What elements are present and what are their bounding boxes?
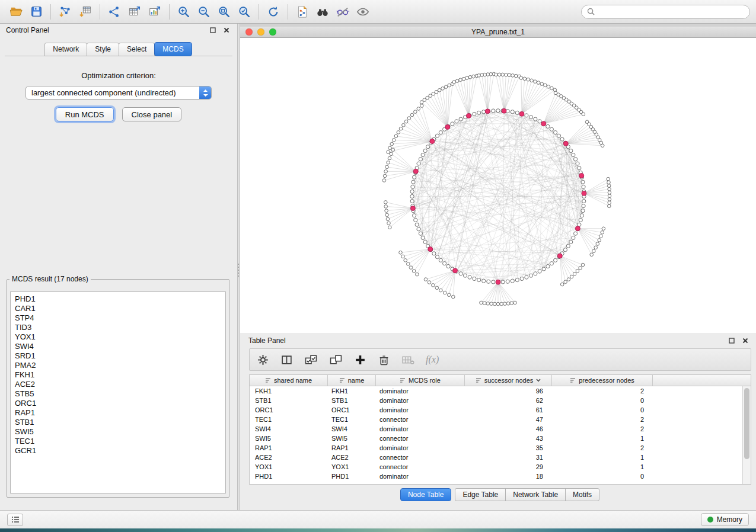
mcds-result-item[interactable]: PHD1 bbox=[11, 294, 225, 304]
column-header[interactable]: successor nodes bbox=[465, 375, 552, 386]
import-network-button[interactable] bbox=[55, 2, 75, 21]
network-window: YPA_prune.txt_1 bbox=[240, 24, 756, 333]
tab-network[interactable]: Network bbox=[44, 43, 87, 56]
mcds-result-item[interactable]: TEC1 bbox=[11, 437, 225, 446]
table-cell-filler bbox=[653, 462, 751, 472]
zoom-in-button[interactable] bbox=[174, 2, 194, 21]
columns-button[interactable] bbox=[280, 353, 294, 367]
table-row[interactable]: STB1STB1dominator620 bbox=[250, 396, 751, 405]
table-row[interactable]: ORC1ORC1dominator610 bbox=[250, 405, 751, 415]
settings-button[interactable] bbox=[256, 353, 270, 367]
export-network-button[interactable] bbox=[104, 2, 125, 21]
open-file-icon bbox=[9, 5, 23, 18]
refresh-button[interactable] bbox=[263, 2, 283, 21]
run-mcds-button[interactable]: Run MCDS bbox=[56, 107, 114, 121]
mcds-result-list[interactable]: PHD1CAR1STP4TID3YOX1SWI4SRD1PMA2FKH1ACE2… bbox=[10, 291, 226, 493]
tab-select[interactable]: Select bbox=[119, 43, 155, 56]
deselect-all-button[interactable] bbox=[328, 353, 343, 367]
tab-node-table[interactable]: Node Table bbox=[400, 488, 452, 501]
zoom-fit-button[interactable] bbox=[214, 2, 234, 21]
float-table-panel-button[interactable] bbox=[727, 336, 736, 345]
zoom-out-button[interactable] bbox=[194, 2, 214, 21]
select-all-button[interactable] bbox=[304, 353, 318, 367]
zoom-traffic-light-button[interactable] bbox=[269, 28, 276, 36]
mcds-result-item[interactable]: GCR1 bbox=[11, 446, 225, 456]
function-builder-button[interactable]: f(x) bbox=[426, 354, 439, 365]
table-tabbar: Node TableEdge TableNetwork TableMotifs bbox=[249, 488, 751, 501]
table-row[interactable]: TEC1TEC1connector472 bbox=[250, 415, 751, 424]
hide-details-button[interactable] bbox=[333, 2, 353, 21]
settings-icon bbox=[257, 354, 269, 366]
column-header-label: predecessor nodes bbox=[579, 377, 634, 384]
mcds-result-item[interactable]: STB1 bbox=[11, 418, 225, 427]
optimization-select[interactable]: largest connected component (undirected) bbox=[25, 86, 212, 100]
table-row[interactable]: SWI4SWI4dominator462 bbox=[250, 424, 751, 434]
mcds-result-item[interactable]: FKH1 bbox=[11, 370, 225, 380]
float-panel-button[interactable] bbox=[208, 25, 218, 35]
doc-share-button[interactable] bbox=[292, 2, 312, 21]
network-window-titlebar[interactable]: YPA_prune.txt_1 bbox=[240, 27, 756, 38]
table-cell: dominator bbox=[376, 424, 465, 434]
export-image-button[interactable] bbox=[145, 2, 165, 21]
tab-mcds[interactable]: MCDS bbox=[154, 42, 192, 56]
save-button[interactable] bbox=[26, 2, 46, 21]
close-panel-button[interactable] bbox=[222, 25, 231, 35]
add-button[interactable] bbox=[353, 353, 367, 367]
mcds-result-item[interactable]: YOX1 bbox=[11, 332, 225, 342]
column-header[interactable]: name bbox=[328, 375, 376, 386]
mcds-result-item[interactable]: CAR1 bbox=[11, 304, 225, 313]
close-traffic-light-button[interactable] bbox=[245, 28, 253, 36]
table-cell: PHD1 bbox=[328, 472, 376, 481]
mcds-result-item[interactable]: RAP1 bbox=[11, 408, 225, 418]
tab-edge-table[interactable]: Edge Table bbox=[455, 488, 506, 501]
import-table-button[interactable] bbox=[75, 2, 95, 21]
table-scrollbar-thumb[interactable] bbox=[744, 388, 749, 459]
table-row[interactable]: YOX1YOX1connector291 bbox=[250, 462, 751, 472]
column-header[interactable]: shared name bbox=[250, 375, 328, 386]
table-scrollbar[interactable] bbox=[742, 386, 751, 484]
hide-details-icon bbox=[336, 5, 349, 18]
close-panel-action-button[interactable]: Close panel bbox=[122, 107, 182, 121]
table-row[interactable]: SWI5SWI5connector431 bbox=[250, 434, 751, 443]
status-console-button[interactable] bbox=[7, 514, 23, 526]
table-cell: dominator bbox=[376, 443, 465, 453]
mcds-result-item[interactable]: SWI4 bbox=[11, 342, 225, 351]
table-cell: 96 bbox=[465, 386, 552, 396]
columns-icon bbox=[281, 354, 292, 366]
table-row[interactable]: ACE2ACE2connector311 bbox=[250, 453, 751, 462]
export-table-button[interactable] bbox=[125, 2, 145, 21]
tab-style[interactable]: Style bbox=[87, 43, 119, 56]
memory-button[interactable]: Memory bbox=[701, 513, 749, 526]
show-details-button[interactable] bbox=[353, 2, 373, 21]
table-cell: SWI5 bbox=[328, 434, 376, 443]
mcds-result-item[interactable]: STP4 bbox=[11, 313, 225, 323]
search-box[interactable] bbox=[581, 5, 750, 19]
open-file-button[interactable] bbox=[6, 2, 26, 21]
panel-divider[interactable] bbox=[237, 24, 240, 510]
table-row[interactable]: FKH1FKH1dominator962 bbox=[250, 386, 751, 396]
minimize-traffic-light-button[interactable] bbox=[257, 28, 264, 36]
close-table-panel-button[interactable] bbox=[741, 336, 750, 345]
delete-column-button[interactable] bbox=[401, 353, 416, 367]
delete-button[interactable] bbox=[377, 353, 391, 367]
column-header[interactable]: MCDS role bbox=[376, 375, 465, 386]
table-cell: ACE2 bbox=[250, 453, 328, 462]
column-header[interactable]: predecessor nodes bbox=[552, 375, 653, 386]
tab-motifs[interactable]: Motifs bbox=[565, 488, 599, 501]
table-row[interactable]: RAP1RAP1dominator352 bbox=[250, 443, 751, 453]
mcds-result-item[interactable]: ACE2 bbox=[11, 380, 225, 389]
zoom-selected-button[interactable] bbox=[234, 2, 254, 21]
table-cell-filler bbox=[653, 405, 751, 415]
tab-network-table[interactable]: Network Table bbox=[505, 488, 566, 501]
zoom-out-icon bbox=[197, 5, 210, 18]
mcds-result-item[interactable]: PMA2 bbox=[11, 361, 225, 370]
mcds-result-item[interactable]: SWI5 bbox=[11, 427, 225, 437]
search-network-button[interactable] bbox=[312, 2, 333, 21]
mcds-result-item[interactable]: TID3 bbox=[11, 323, 225, 332]
table-row[interactable]: PHD1PHD1dominator180 bbox=[250, 472, 751, 481]
mcds-result-item[interactable]: ORC1 bbox=[11, 399, 225, 408]
search-input[interactable] bbox=[598, 7, 744, 17]
mcds-result-item[interactable]: SRD1 bbox=[11, 351, 225, 361]
network-canvas[interactable] bbox=[240, 38, 756, 333]
mcds-result-item[interactable]: STB5 bbox=[11, 389, 225, 399]
